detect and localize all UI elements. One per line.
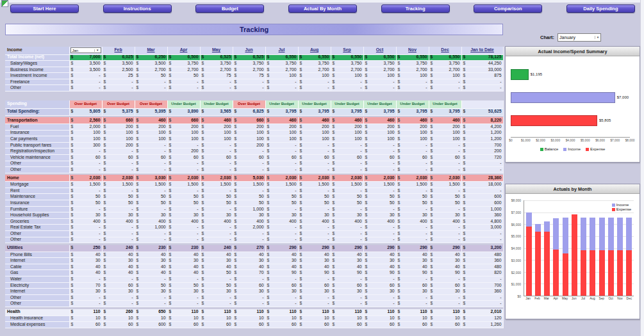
category-total-cell[interactable]: $660 — [102, 117, 135, 124]
spending-total-cell[interactable]: $3,565 — [200, 108, 233, 115]
spending-cell[interactable]: $50 — [135, 282, 167, 289]
spending-cell[interactable]: $- — [429, 161, 461, 167]
spending-cell[interactable]: $- — [429, 148, 461, 155]
spending-cell[interactable]: $60 — [233, 322, 265, 328]
spending-cell[interactable]: $- — [167, 206, 200, 212]
nav-button-start-here[interactable]: Start Here — [10, 4, 79, 13]
spending-cell[interactable]: $- — [233, 188, 265, 194]
spending-cell[interactable]: $60 — [331, 322, 363, 328]
spending-cell[interactable]: $1,200 — [461, 136, 503, 143]
income-section-header[interactable]: Income — [5, 47, 69, 54]
spending-cell[interactable]: $30 — [298, 289, 331, 295]
income-cell[interactable]: $- — [167, 85, 200, 92]
spending-cell[interactable]: $200 — [102, 142, 135, 148]
income-cell[interactable]: $- — [135, 79, 167, 85]
category-total-cell[interactable]: $2,030 — [69, 175, 102, 182]
spending-cell[interactable]: $- — [396, 225, 429, 231]
spending-cell[interactable]: $- — [265, 206, 298, 212]
income-row-label[interactable]: Salary/Wages — [5, 61, 69, 67]
category-total-cell[interactable]: $270 — [233, 245, 265, 252]
income-cell[interactable]: $2,700 — [396, 67, 429, 73]
spending-cell[interactable]: $- — [69, 276, 102, 283]
income-cell[interactable]: $3,500 — [135, 61, 167, 67]
spending-cell[interactable]: $60 — [200, 154, 233, 161]
income-cell[interactable]: $- — [69, 85, 102, 92]
spending-cell[interactable]: $40 — [102, 264, 135, 270]
spending-row-label[interactable]: Other — [5, 231, 69, 237]
spending-cell[interactable]: $200 — [363, 124, 396, 131]
spending-cell[interactable]: $- — [429, 225, 461, 231]
spending-cell[interactable]: $40 — [200, 264, 233, 270]
spending-cell[interactable]: $4,200 — [461, 124, 503, 131]
income-total-cell[interactable]: $6,525 — [200, 54, 233, 61]
spending-total-cell[interactable]: $3,795 — [331, 108, 363, 115]
spending-cell[interactable]: $- — [331, 188, 363, 194]
spending-cell[interactable]: $- — [461, 276, 503, 283]
spending-cell[interactable]: $40 — [331, 252, 363, 258]
spending-cell[interactable]: $40 — [363, 264, 396, 270]
income-cell[interactable]: $3,500 — [69, 61, 102, 67]
category-total-cell[interactable]: $460 — [363, 117, 396, 124]
income-cell[interactable]: $- — [363, 79, 396, 85]
spending-cell[interactable]: $100 — [396, 136, 429, 143]
spending-cell[interactable]: $- — [233, 301, 265, 307]
spending-row-label[interactable]: Fuel — [5, 124, 69, 131]
nav-button-comparison[interactable]: Comparison — [474, 4, 542, 13]
spending-cell[interactable]: $40 — [135, 252, 167, 258]
category-total-cell[interactable]: $230 — [167, 245, 200, 252]
budget-status-cell[interactable]: Under Budget — [429, 100, 461, 108]
category-total-cell[interactable]: $2,030 — [265, 175, 298, 182]
spending-cell[interactable]: $50 — [396, 194, 429, 200]
nav-button-actual-by-month[interactable]: Actual By Month — [288, 4, 357, 13]
spending-cell[interactable]: $360 — [461, 258, 503, 264]
category-total-cell[interactable]: $110 — [298, 309, 331, 316]
spending-cell[interactable]: $2,000 — [69, 124, 102, 131]
income-cell[interactable]: $- — [429, 85, 461, 92]
spending-cell[interactable]: $1,500 — [102, 182, 135, 188]
month-header-feb[interactable]: Feb — [102, 47, 135, 54]
spending-cell[interactable]: $- — [331, 294, 363, 301]
spending-cell[interactable]: $- — [102, 231, 135, 237]
budget-status-cell[interactable]: Under Budget — [331, 100, 363, 108]
month-header-nov[interactable]: Nov — [396, 47, 429, 54]
spending-cell[interactable]: $400 — [69, 218, 102, 225]
spending-cell[interactable]: $30 — [363, 212, 396, 219]
category-total-cell[interactable]: $5,030 — [233, 175, 265, 182]
category-total-cell[interactable]: $2,030 — [167, 175, 200, 182]
spending-cell[interactable]: $- — [396, 167, 429, 173]
spending-cell[interactable]: $100 — [363, 130, 396, 136]
spending-cell[interactable]: $30 — [167, 258, 200, 264]
spending-cell[interactable]: $- — [298, 161, 331, 167]
income-cell[interactable]: $3,750 — [167, 61, 200, 67]
spending-cell[interactable]: $30 — [200, 258, 233, 264]
total-spending-label[interactable]: Total Spending: — [5, 108, 69, 115]
category-total-cell[interactable]: $2,030 — [298, 175, 331, 182]
spending-cell[interactable]: $30 — [135, 258, 167, 264]
category-total-cell[interactable]: $8,220 — [461, 117, 503, 124]
income-cell[interactable]: $2,700 — [265, 67, 298, 73]
spending-cell[interactable]: $100 — [167, 130, 200, 136]
spending-cell[interactable]: $- — [265, 188, 298, 194]
spending-cell[interactable]: $90 — [265, 270, 298, 276]
spending-cell[interactable]: $- — [363, 276, 396, 283]
spending-cell[interactable]: $30 — [200, 289, 233, 295]
spending-cell[interactable]: $10 — [135, 316, 167, 322]
income-row-label[interactable]: Freelance — [5, 79, 69, 85]
budget-status-cell[interactable]: Under Budget — [265, 100, 298, 108]
spending-cell[interactable]: $1,500 — [167, 182, 200, 188]
income-row-label[interactable]: Business Income — [5, 67, 69, 73]
spending-cell[interactable]: $60 — [265, 154, 298, 161]
spending-cell[interactable]: $60 — [363, 154, 396, 161]
spending-cell[interactable]: $40 — [167, 264, 200, 270]
category-total-cell[interactable]: $240 — [102, 245, 135, 252]
spending-cell[interactable]: $40 — [102, 252, 135, 258]
spending-cell[interactable]: $- — [298, 276, 331, 283]
spending-cell[interactable]: $100 — [102, 136, 135, 143]
spending-row-label[interactable]: Other — [5, 237, 69, 243]
spending-cell[interactable]: $- — [200, 161, 233, 167]
spending-cell[interactable]: $30 — [396, 258, 429, 264]
spending-cell[interactable]: $30 — [363, 289, 396, 295]
income-cell[interactable]: $3,750 — [396, 61, 429, 67]
spending-cell[interactable]: $60 — [396, 154, 429, 161]
spending-cell[interactable]: $- — [298, 188, 331, 194]
